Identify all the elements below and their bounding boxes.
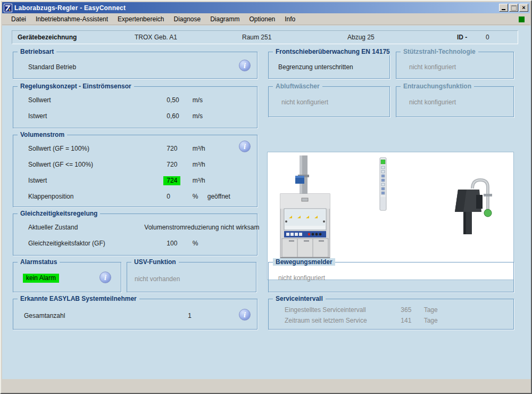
minimize-button[interactable] [499, 4, 508, 12]
group-usv: USV-Funktion nicht vorhanden [127, 262, 256, 292]
flow-setpoint-le100-value: 720 [167, 161, 190, 168]
setpoint-label: Sollwert [28, 96, 143, 104]
group-gleichzeitigkeit: Gleichzeitigkeitsregelung Aktueller Zust… [13, 214, 257, 256]
close-button[interactable]: × [519, 4, 528, 12]
status-bar [2, 379, 531, 392]
flow-setpoint-100-label: Sollwert (GF = 100%) [28, 145, 143, 152]
alarm-status-value: kein Alarm [23, 274, 59, 283]
gf-factor-unit: % [193, 240, 198, 247]
service-interval-unit: Tage [424, 306, 438, 314]
group-alarmstatus: Alarmstatus kein Alarm i [13, 262, 121, 292]
menu-datei[interactable]: Datei [6, 14, 31, 24]
actual-value: 0,60 [167, 112, 190, 120]
group-bewegungsmelder-title: Bewegungsmelder [273, 258, 335, 266]
abluftwaescher-value: nicht konfiguriert [281, 98, 384, 106]
group-abluftwaescher-title: Abluftwäscher [273, 83, 322, 90]
group-alarmstatus-title: Alarmstatus [18, 258, 60, 266]
connection-status-indicator [519, 17, 525, 22]
window-title: Laborabzugs-Regler - EasyConnect [14, 4, 126, 12]
app-window: Laborabzugs-Regler - EasyConnect × Datei… [0, 0, 532, 394]
menu-bar: Datei Inbetriebnahme-Assistent Expertenb… [2, 13, 530, 25]
flow-setpoint-le100-unit: m³/h [193, 161, 205, 168]
menu-optionen[interactable]: Optionen [245, 14, 280, 24]
group-gleichzeitigkeit-title: Gleichzeitigkeitsregelung [18, 210, 100, 217]
usv-value: nicht vorhanden [135, 275, 251, 283]
menu-diagramm[interactable]: Diagramm [205, 14, 244, 24]
info-icon-alarmstatus[interactable]: i [99, 272, 111, 283]
group-entrauchung: Entrauchungsfunktion nicht konfiguriert [396, 86, 514, 117]
device-info-bar: Gerätebezeichnung TROX Geb. A1 Raum 251 … [12, 30, 518, 44]
damper-position-unit: % [193, 193, 198, 200]
total-count-label: Gesamtanzahl [24, 312, 186, 319]
service-interval-value: 365 [401, 306, 422, 314]
group-frontschieber: Frontschieberüberwachung EN 14175 Begren… [268, 52, 390, 79]
since-service-label: Zeitraum seit letztem Service [285, 317, 399, 324]
group-betriebsart: Betriebsart Standard Betrieb i [13, 52, 257, 79]
maximize-button[interactable] [509, 4, 518, 12]
group-teilnehmer-title: Erkannte EASYLAB Systemteilnehmer [18, 295, 139, 302]
since-service-unit: Tage [424, 317, 438, 324]
group-stuetzstrahl: Stützstrahl-Technologie nicht konfigurie… [396, 52, 514, 79]
fume-hood-value: Abzug 25 [347, 34, 375, 41]
gf-factor-label: Gleichzeitigkeitsfaktor (GF) [28, 240, 143, 247]
group-usv-title: USV-Funktion [131, 258, 179, 266]
current-state-value: Volumenstromreduzierung nicht wirksam [144, 224, 259, 231]
actual-label: Istwert [28, 112, 143, 120]
sash-monitoring-value: Begrenzung unterschritten [278, 63, 384, 71]
flow-actual-unit: m³/h [193, 177, 205, 184]
room-value: Raum 251 [242, 34, 271, 41]
damper-position-label: Klappenposition [28, 193, 143, 200]
menu-inbetriebnahme-assistent[interactable]: Inbetriebnahme-Assistent [31, 14, 113, 24]
current-state-label: Aktueller Zustand [28, 224, 143, 231]
group-regelungskonzept-title: Regelungskonzept - Einströmsensor [18, 83, 134, 90]
device-id-value: 0 [486, 34, 489, 41]
service-interval-label: Eingestelltes Serviceintervall [285, 306, 399, 314]
device-name-value: TROX Geb. A1 [135, 34, 177, 41]
bewegungsmelder-value: nicht konfiguriert [278, 274, 508, 282]
group-volumenstrom: Volumenstrom i Sollwert (GF = 100%) 720 … [13, 135, 257, 207]
group-teilnehmer: Erkannte EASYLAB Systemteilnehmer Gesamt… [13, 299, 257, 330]
entrauchung-value: nicht konfiguriert [409, 98, 508, 106]
stuetzstrahl-value: nicht konfiguriert [409, 63, 508, 71]
group-entrauchung-title: Entrauchungsfunktion [401, 83, 474, 90]
menu-info[interactable]: Info [280, 14, 300, 24]
gf-factor-value: 100 [167, 240, 190, 247]
group-service: Serviceintervall Eingestelltes Servicein… [268, 299, 514, 330]
flow-setpoint-100-unit: m³/h [193, 145, 205, 152]
group-service-title: Serviceintervall [273, 295, 326, 302]
info-icon-betriebsart[interactable]: i [239, 60, 251, 71]
total-count-value: 1 [188, 312, 192, 319]
app-logo-icon [4, 4, 12, 12]
damper-position-suffix: geöffnet [207, 193, 230, 200]
group-volumenstrom-title: Volumenstrom [18, 131, 67, 138]
since-service-value: 141 [401, 317, 422, 324]
title-bar: Laborabzugs-Regler - EasyConnect × [2, 2, 530, 13]
flow-actual-value: 724 [163, 176, 180, 185]
device-id-label: ID - [457, 34, 467, 41]
flow-setpoint-le100-label: Sollwert (GF <= 100%) [28, 161, 143, 168]
operating-mode-value: Standard Betrieb [28, 63, 252, 71]
group-abluftwaescher: Abluftwäscher nicht konfiguriert [268, 86, 390, 117]
menu-diagnose[interactable]: Diagnose [169, 14, 205, 24]
setpoint-value: 0,50 [167, 96, 190, 104]
flow-actual-label: Istwert [28, 177, 143, 184]
main-content: Gerätebezeichnung TROX Geb. A1 Raum 251 … [2, 26, 531, 381]
group-bewegungsmelder: Bewegungsmelder nicht konfiguriert [268, 262, 514, 292]
actual-unit: m/s [193, 112, 203, 120]
menu-expertenbereich[interactable]: Expertenbereich [113, 14, 169, 24]
group-frontschieber-title: Frontschieberüberwachung EN 14175 [273, 48, 393, 55]
flow-setpoint-100-value: 720 [167, 145, 190, 152]
damper-position-value: 0 [167, 193, 190, 200]
group-regelungskonzept: Regelungskonzept - Einströmsensor Sollwe… [13, 86, 257, 128]
group-betriebsart-title: Betriebsart [18, 48, 56, 55]
setpoint-unit: m/s [193, 96, 203, 104]
info-icon-teilnehmer[interactable]: i [239, 309, 251, 321]
device-designation-label: Gerätebezeichnung [18, 34, 77, 41]
group-stuetzstrahl-title: Stützstrahl-Technologie [401, 48, 478, 55]
